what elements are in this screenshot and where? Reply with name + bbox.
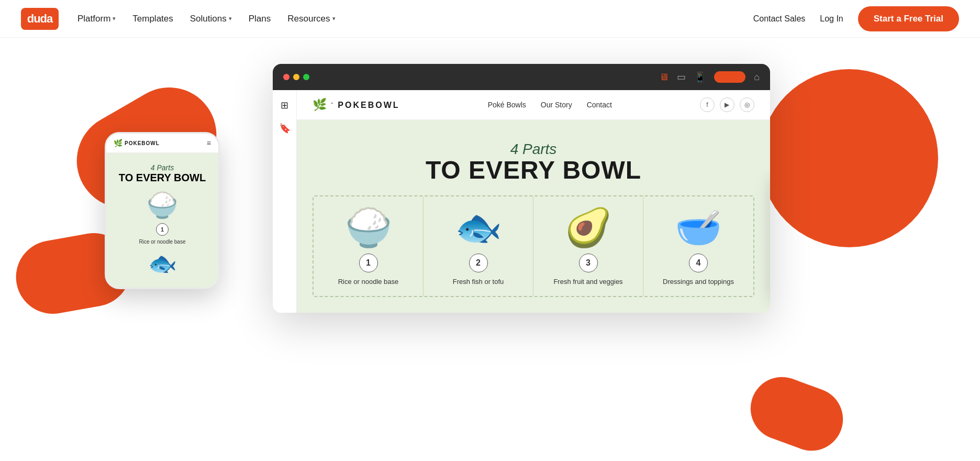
bowl-item-4-label: Dressings and toppings [663, 278, 734, 286]
bowl-item-1-number: 1 [359, 254, 378, 272]
site-logo-text: ˆ Pokebowl [331, 100, 400, 111]
bowl-item-3-number: 3 [579, 254, 598, 272]
site-nav-our-story[interactable]: Our Story [541, 101, 572, 109]
device-switcher: 🖥 ▭ 📱 ⌂ [659, 71, 760, 83]
mobile-fish-icon: 🐟 [114, 250, 211, 277]
mobile-rice-icon: 🍚 [114, 191, 211, 220]
instagram-icon[interactable]: ◎ [740, 97, 754, 112]
bowl-item-3-image: 🥑 [565, 207, 612, 248]
mobile-logo: 🌿 Pokebowl [114, 139, 160, 147]
bowl-item-1: 🍚 1 Rice or noodle base [314, 196, 424, 296]
nav-templates[interactable]: Templates [132, 14, 173, 24]
resources-chevron-icon: ▾ [332, 15, 336, 22]
browser-mockup: 🖥 ▭ 📱 ⌂ ⊞ 🔖 🌿 ˆ [273, 64, 770, 313]
site-logo-leaf-icon: 🌿 [313, 98, 327, 112]
browser-chrome: 🖥 ▭ 📱 ⌂ [273, 64, 770, 90]
main-nav: duda Platform ▾ Templates Solutions ▾ Pl… [0, 0, 980, 38]
blob-bottom-right-decoration [742, 368, 852, 459]
maximize-window-button[interactable] [303, 74, 309, 80]
site-nav-contact[interactable]: Contact [587, 101, 612, 109]
nav-platform[interactable]: Platform ▾ [77, 14, 116, 24]
site-content-title: 4 Parts TO EVERY BOWL [313, 141, 754, 183]
site-wrapper: ⊞ 🔖 🌿 ˆ Pokebowl Poké Bowls Our St [273, 90, 770, 313]
tablet-view-icon[interactable]: ▭ [677, 71, 686, 83]
browser-window-controls [283, 74, 309, 80]
bowl-item-2-label: Fresh fish or tofu [453, 278, 504, 286]
bowl-item-2-image: 🐟 [455, 207, 502, 248]
start-trial-button[interactable]: Start a Free Trial [858, 6, 959, 31]
mobile-item-label: Rice or noodle base [114, 239, 211, 245]
mobile-view-icon[interactable]: 📱 [694, 71, 706, 83]
bowl-item-2: 🐟 2 Fresh fish or tofu [424, 196, 533, 296]
nav-links: Platform ▾ Templates Solutions ▾ Plans R… [77, 14, 336, 24]
hero-section: 🌿 Pokebowl ≡ 4 Parts TO EVERY BOWL 🍚 1 R… [0, 38, 980, 461]
site-nav-poke-bowls[interactable]: Poké Bowls [488, 101, 526, 109]
contact-sales-link[interactable]: Contact Sales [753, 14, 806, 24]
site-main-content: 4 Parts TO EVERY BOWL 🍚 1 Rice or noodle… [297, 120, 770, 313]
mobile-extra-fish: 🐟 [114, 250, 211, 277]
bowl-item-4: 🥣 4 Dressings and toppings [643, 196, 753, 296]
home-icon[interactable]: ⌂ [754, 72, 760, 83]
elements-icon[interactable]: 🔖 [279, 123, 291, 134]
platform-chevron-icon: ▾ [113, 15, 116, 22]
site-navbar: 🌿 ˆ Pokebowl Poké Bowls Our Story Contac… [297, 90, 770, 120]
editor-sidebar: ⊞ 🔖 [273, 90, 297, 313]
mobile-logo-text: Pokebowl [125, 140, 160, 146]
mobile-navbar: 🌿 Pokebowl ≡ [106, 134, 218, 153]
mobile-bowl-item-1: 🍚 1 Rice or noodle base [114, 191, 211, 245]
site-social-icons: f ▶ ◎ [700, 97, 754, 112]
brand-logo[interactable]: duda [21, 8, 59, 30]
nav-resources[interactable]: Resources ▾ [287, 14, 335, 24]
nav-left: duda Platform ▾ Templates Solutions ▾ Pl… [21, 8, 336, 30]
solutions-chevron-icon: ▾ [229, 15, 232, 22]
nav-solutions[interactable]: Solutions ▾ [190, 14, 232, 24]
close-window-button[interactable] [283, 74, 289, 80]
bowl-item-1-image: 🍚 [345, 207, 392, 248]
bowl-item-2-number: 2 [469, 254, 488, 272]
login-link[interactable]: Log In [820, 14, 843, 24]
layers-icon[interactable]: ⊞ [281, 100, 288, 111]
nav-right: Contact Sales Log In Start a Free Trial [753, 6, 959, 31]
bowl-item-1-label: Rice or noodle base [338, 278, 399, 286]
site-script-heading: 4 Parts [313, 141, 754, 158]
mobile-logo-leaf-icon: 🌿 [114, 139, 122, 147]
youtube-icon[interactable]: ▶ [720, 97, 734, 112]
site-content-area: 🌿 ˆ Pokebowl Poké Bowls Our Story Contac… [297, 90, 770, 313]
bowl-item-4-number: 4 [689, 254, 708, 272]
blob-top-right-decoration [760, 69, 938, 247]
mobile-menu-icon[interactable]: ≡ [207, 139, 211, 147]
site-logo: 🌿 ˆ Pokebowl [313, 98, 400, 112]
mobile-item-number: 1 [156, 223, 169, 236]
bowl-item-3-label: Fresh fruit and veggies [553, 278, 622, 286]
mobile-content: 4 Parts TO EVERY BOWL 🍚 1 Rice or noodle… [106, 153, 218, 288]
minimize-window-button[interactable] [293, 74, 299, 80]
site-nav-links: Poké Bowls Our Story Contact [488, 101, 612, 109]
nav-plans[interactable]: Plans [249, 14, 271, 24]
bowl-item-3: 🥑 3 Fresh fruit and veggies [533, 196, 643, 296]
mobile-mockup: 🌿 Pokebowl ≡ 4 Parts TO EVERY BOWL 🍚 1 R… [105, 132, 220, 289]
publish-button[interactable] [714, 71, 745, 83]
mobile-main-heading: TO EVERY BOWL [114, 172, 211, 183]
brand-name: duda [27, 12, 53, 26]
bowl-item-4-image: 🥣 [675, 207, 722, 248]
mobile-script-heading: 4 Parts [114, 163, 211, 172]
site-main-heading: TO EVERY BOWL [313, 158, 754, 183]
desktop-view-icon[interactable]: 🖥 [659, 72, 669, 83]
facebook-icon[interactable]: f [700, 97, 715, 112]
bowl-grid: 🍚 1 Rice or noodle base 🐟 2 Fresh fish [313, 195, 754, 297]
